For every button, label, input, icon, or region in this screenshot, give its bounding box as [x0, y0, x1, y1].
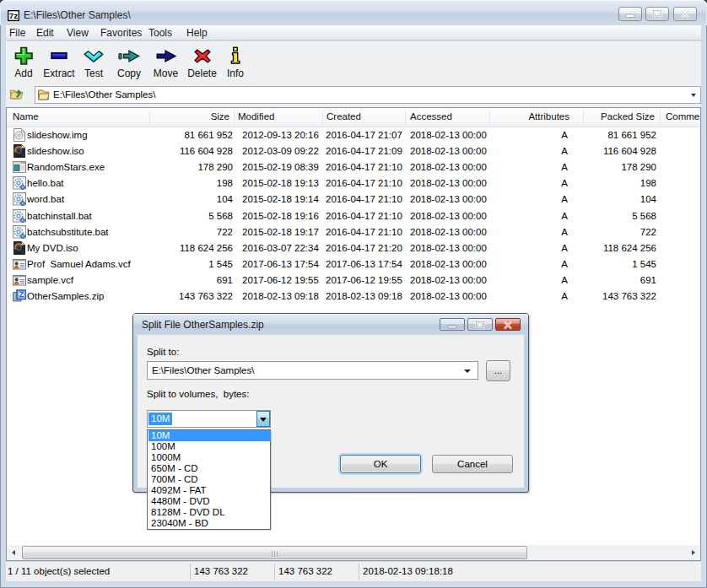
svg-text:Z: Z: [19, 290, 24, 299]
svg-text:7z: 7z: [9, 11, 19, 20]
